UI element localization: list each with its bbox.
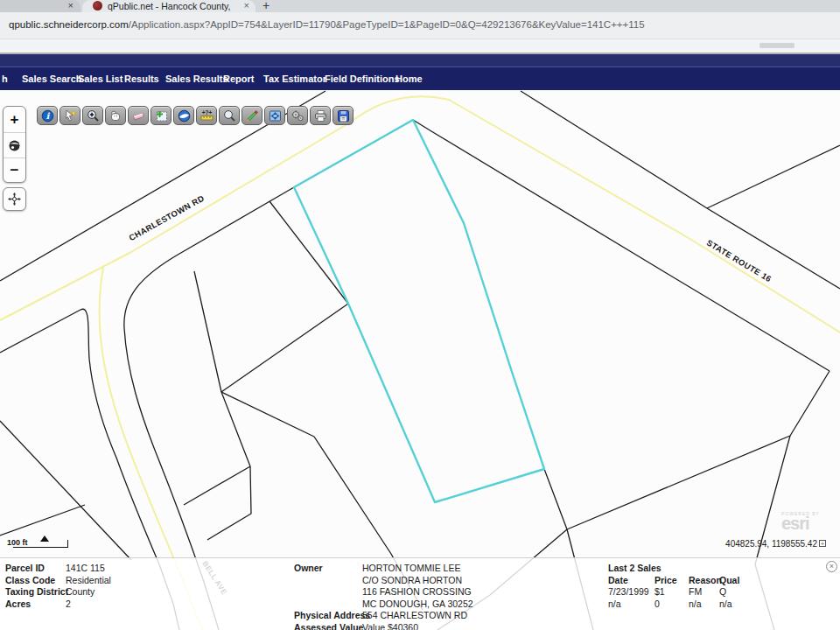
owner-line: MC DONOUGH, GA 30252 <box>362 598 473 609</box>
nav-item-tax-estimator[interactable]: Tax Estimator <box>263 74 326 84</box>
zoom-in-control[interactable]: + <box>4 107 25 132</box>
parcel-map[interactable]: CHARLESTOWN RD STATE ROUTE 16 BELL AVE <box>0 0 840 630</box>
assessed-value: Value $40360 <box>362 622 418 630</box>
tab-title: qPublic.net - Hancock County, <box>108 1 239 11</box>
parcel-id-label: Parcel ID <box>5 563 45 573</box>
export-arrows-icon <box>268 109 283 122</box>
url-path: /Application.aspx?AppID=754&LayerID=1179… <box>129 19 645 30</box>
tab-close-icon[interactable]: × <box>68 0 74 10</box>
globe-icon <box>8 139 21 152</box>
sale-reason: FM <box>689 586 702 597</box>
zoom-in-icon <box>86 109 101 122</box>
new-tab-button[interactable]: + <box>262 0 270 12</box>
browser-tab-strip: × qPublic.net - Hancock County, × + <box>0 0 840 12</box>
taxing-district-label: Taxing District <box>5 586 68 597</box>
panel-close-button[interactable]: × <box>826 561 837 572</box>
pan-button[interactable] <box>105 106 126 125</box>
class-code-value: Residential <box>66 575 111 585</box>
magnifier-icon <box>222 109 237 122</box>
zoom-to-selection-button[interactable] <box>150 106 172 125</box>
bookmarks-strip <box>0 39 840 52</box>
url-text[interactable]: qpublic.schneidercorp.com/Application.as… <box>9 19 645 30</box>
map-zoom-control: + − <box>3 106 26 183</box>
sale-qual: Q <box>719 586 726 597</box>
nav-item-home[interactable]: Home <box>396 74 423 84</box>
sales-header-reason: Reason <box>689 575 722 585</box>
map-tools-button[interactable] <box>287 106 308 125</box>
gears-icon <box>290 109 305 122</box>
sales-header-date: Date <box>608 575 628 585</box>
nav-item-field-definitions[interactable]: Field Definitions <box>325 74 400 84</box>
nav-item-sales-list[interactable]: Sales List <box>78 74 122 84</box>
acres-value: 2 <box>66 598 71 609</box>
map-scale-bar: 100 ft <box>7 533 28 549</box>
map-coordinates: 404825.94, 1198555.42+ <box>725 539 826 549</box>
browser-tab-inactive[interactable]: × <box>0 0 80 12</box>
eraser-button[interactable] <box>128 106 149 125</box>
assessed-value-label: Assessed Value <box>294 622 363 630</box>
markup-pencil-button[interactable] <box>242 106 262 125</box>
sale-price: $1 <box>654 586 665 597</box>
sales-header-qual: Qual <box>719 575 739 585</box>
search-button[interactable] <box>219 106 240 125</box>
sale-price: 0 <box>654 598 660 609</box>
zoom-out-control[interactable]: − <box>4 158 25 183</box>
class-code-label: Class Code <box>5 575 55 585</box>
svg-text:+?+: +?+ <box>201 109 212 116</box>
owner-label: Owner <box>294 563 323 573</box>
save-button[interactable] <box>332 106 354 125</box>
flash-select-button[interactable] <box>60 106 80 125</box>
pan-crosshair-control[interactable] <box>3 187 26 211</box>
esri-attribution: POWERED BY esri <box>781 511 820 530</box>
selection-box-plus-icon <box>154 109 169 122</box>
esri-logo: esri <box>781 516 820 530</box>
owner-line: C/O SONDRA HORTON <box>362 575 462 585</box>
eraser-icon <box>131 109 146 122</box>
coordinates-value: 404825.94, 1198555.42 <box>725 539 817 549</box>
sale-reason: n/a <box>689 598 702 609</box>
qpublic-map-page: CHARLESTOWN RD STATE ROUTE 16 BELL AVE i <box>0 0 840 630</box>
site-nav-bar: h Sales Search Sales List Results Sales … <box>0 67 840 90</box>
taxing-district-value: County <box>66 586 94 597</box>
printer-icon <box>313 109 328 122</box>
info-icon: i <box>40 109 55 122</box>
google-earth-button[interactable] <box>173 106 194 125</box>
parcel-info-panel: Parcel ID 141C 115 Class Code Residentia… <box>0 557 840 630</box>
globe-extent-control[interactable] <box>4 132 25 158</box>
nav-item-sales-results[interactable]: Sales Results <box>165 74 228 84</box>
coords-expand-icon[interactable]: + <box>819 540 826 547</box>
zoom-in-button[interactable] <box>82 106 103 125</box>
sale-qual: n/a <box>719 598 732 609</box>
tab-close-icon[interactable]: × <box>244 0 249 10</box>
bookmark-smudge <box>760 43 794 48</box>
nav-item-results[interactable]: Results <box>124 74 159 84</box>
floppy-save-icon <box>336 109 351 122</box>
physical-address-value: 554 CHARLESTOWN RD <box>362 610 467 620</box>
acres-label: Acres <box>5 598 31 609</box>
print-button[interactable] <box>310 106 331 125</box>
pan-crosshair-icon <box>8 192 21 206</box>
nav-item-report[interactable]: Report <box>223 74 254 84</box>
site-banner <box>0 54 840 67</box>
physical-address-label: Physical Address <box>294 610 370 620</box>
map-toolbar: i <box>37 106 354 125</box>
flash-cursor-icon <box>63 109 78 122</box>
sale-date: 7/23/1999 <box>608 586 649 597</box>
sale-date: n/a <box>608 598 621 609</box>
browser-url-bar[interactable]: qpublic.schneidercorp.com/Application.as… <box>0 12 840 39</box>
last-sales-title: Last 2 Sales <box>608 563 662 573</box>
export-map-button[interactable] <box>264 106 285 125</box>
parcel-id-value: 141C 115 <box>66 563 105 573</box>
map-background <box>0 90 840 630</box>
nav-item-sales-search[interactable]: Sales Search <box>22 74 82 84</box>
owner-line: HORTON TOMMIE LEE <box>362 563 460 573</box>
scale-line <box>13 540 68 548</box>
measure-button[interactable]: +?+ <box>196 106 217 125</box>
identify-info-button[interactable]: i <box>37 106 58 125</box>
qpublic-favicon <box>93 1 102 10</box>
browser-tab-active[interactable]: qPublic.net - Hancock County, × <box>82 0 256 12</box>
globe-swoosh-icon <box>177 109 192 122</box>
url-host: qpublic.schneidercorp.com <box>9 19 129 30</box>
sales-header-price: Price <box>654 575 677 585</box>
nav-item-fragment[interactable]: h <box>2 74 8 84</box>
